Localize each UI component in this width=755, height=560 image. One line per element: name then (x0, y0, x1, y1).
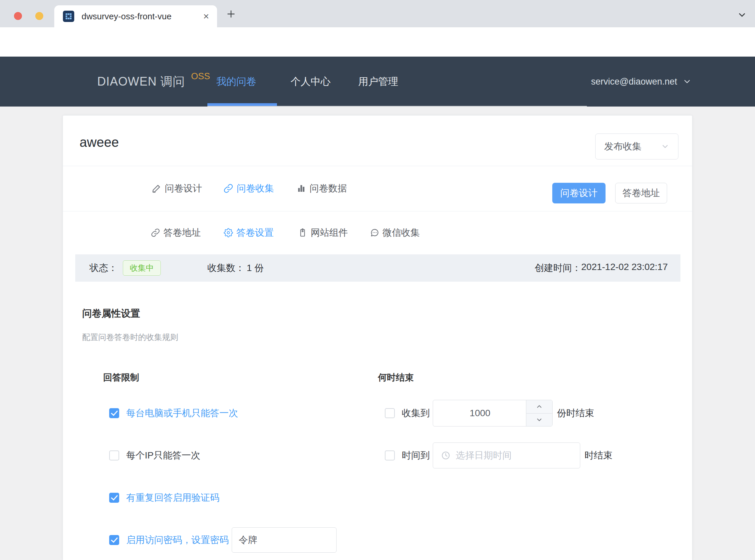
gear-icon (224, 228, 233, 237)
nav-item-user-management[interactable]: 用户管理 (358, 57, 398, 106)
spinner-up-button[interactable] (526, 400, 552, 414)
chevron-down-icon[interactable] (737, 10, 747, 20)
nav-item-profile[interactable]: 个人中心 (291, 57, 330, 106)
end-rule-label[interactable]: 收集到 (402, 407, 430, 420)
option-row-one-per-device: 每台电脑或手机只能答一次 (109, 400, 238, 426)
survey-card: aweee 发布收集 问卷设计 问卷收集 问卷数据 问卷设计 答卷地址 (63, 115, 692, 560)
browser-tab-strip: dwsurvey-oss-front-vue × (0, 0, 755, 27)
brand: DIAOWEN 调问 OSS (97, 57, 210, 106)
checkbox-end-by-time[interactable] (385, 451, 395, 460)
option-label[interactable]: 每台电脑或手机只能答一次 (126, 407, 238, 420)
chevron-down-icon (661, 142, 670, 151)
chevron-down-icon (682, 77, 692, 86)
close-icon[interactable]: × (203, 11, 209, 21)
tab-answer-url[interactable]: 答卷地址 (151, 211, 201, 254)
tab-wechat-collect[interactable]: 微信收集 (370, 211, 420, 254)
tab-label: 问卷数据 (310, 182, 347, 195)
end-rule-row-end-time: 时间到 时结束 (385, 442, 613, 469)
password-input[interactable] (232, 527, 336, 553)
favicon-icon (63, 11, 74, 22)
tab-label: 问卷收集 (237, 182, 274, 195)
section-heading: 问卷属性设置 (82, 307, 140, 320)
spinner-down-button[interactable] (526, 414, 552, 426)
tab-site-widget[interactable]: 网站组件 (298, 211, 348, 254)
created-time-label: 创建时间： (535, 262, 581, 274)
chevron-down-icon (536, 416, 543, 423)
tab-label: 答卷设置 (236, 226, 274, 239)
tag-icon (298, 228, 307, 237)
new-tab-button[interactable] (225, 8, 237, 20)
option-row-one-per-ip: 每个IP只能答一次 (109, 442, 200, 469)
option-label[interactable]: 每个IP只能答一次 (126, 449, 200, 462)
option-label[interactable]: 启用访问密码，设置密码 (126, 534, 229, 546)
number-spinner (526, 400, 552, 426)
page-background: aweee 发布收集 问卷设计 问卷收集 问卷数据 问卷设计 答卷地址 (0, 106, 755, 560)
status-label: 状态： (89, 262, 118, 274)
tab-survey-design[interactable]: 问卷设计 (151, 166, 202, 211)
user-email: service@diaowen.net (591, 77, 677, 87)
option-row-captcha-on-repeat: 有重复回答启用验证码 (109, 484, 219, 511)
app-header: DIAOWEN 调问 OSS 我的问卷 个人中心 用户管理 service@di… (0, 57, 755, 106)
tab-label: 微信收集 (383, 226, 420, 239)
survey-design-button[interactable]: 问卷设计 (552, 183, 606, 203)
end-rules-heading: 何时结束 (378, 372, 414, 383)
tab-survey-collect[interactable]: 问卷收集 (223, 166, 274, 211)
option-label[interactable]: 有重复回答启用验证码 (126, 492, 219, 504)
traffic-light-minimize[interactable] (35, 12, 43, 20)
end-rule-suffix: 份时结束 (557, 407, 594, 420)
browser-tab[interactable]: dwsurvey-oss-front-vue × (54, 5, 217, 27)
link-icon (151, 228, 160, 237)
clock-icon (441, 451, 450, 460)
option-row-access-password: 启用访问密码，设置密码 (109, 527, 336, 553)
browser-toolbar: localhost:8083/#/dw/survey/c/attr/c98fa1… (0, 27, 755, 57)
checkbox-one-per-ip[interactable] (109, 451, 119, 460)
answer-limit-heading: 回答限制 (103, 372, 139, 383)
link-icon (223, 183, 233, 194)
pencil-icon (151, 183, 161, 194)
tab-label: 答卷地址 (163, 226, 201, 239)
chevron-up-icon (536, 403, 543, 410)
survey-title: aweee (80, 135, 119, 150)
datetime-input[interactable] (455, 450, 580, 461)
collect-count-label: 收集数： (207, 262, 245, 274)
checkbox-access-password[interactable] (109, 535, 119, 545)
status-bar: 状态： 收集中 收集数： 1 份 创建时间： 2021-12-02 23:02:… (75, 254, 680, 282)
collect-count-input-wrap (433, 400, 553, 426)
brand-badge: OSS (191, 71, 210, 82)
datetime-picker[interactable] (433, 442, 580, 468)
status-badge: 收集中 (123, 260, 161, 276)
publish-collect-label: 发布收集 (604, 140, 641, 153)
chat-bubble-icon (370, 228, 379, 237)
answer-url-button[interactable]: 答卷地址 (615, 183, 667, 203)
created-time-value: 2021-12-02 23:02:17 (581, 262, 668, 274)
publish-collect-dropdown[interactable]: 发布收集 (595, 134, 678, 159)
bar-chart-icon (296, 183, 306, 194)
tab-answer-settings[interactable]: 答卷设置 (224, 211, 274, 254)
checkbox-captcha-on-repeat[interactable] (109, 493, 119, 503)
traffic-light-close[interactable] (14, 12, 22, 20)
nav-item-my-surveys[interactable]: 我的问卷 (217, 57, 256, 106)
end-rule-row-collect-count: 收集到 份时结束 (385, 400, 594, 426)
end-rule-label[interactable]: 时间到 (402, 449, 430, 462)
tab-label: 网站组件 (311, 226, 348, 239)
end-rule-suffix: 时结束 (585, 449, 613, 462)
tab-survey-data[interactable]: 问卷数据 (296, 166, 347, 211)
tab-title: dwsurvey-oss-front-vue (82, 11, 203, 22)
brand-name: DIAOWEN 调问 (97, 74, 185, 90)
user-menu[interactable]: service@diaowen.net (591, 57, 692, 106)
browser-window: dwsurvey-oss-front-vue × localhost:8083/… (0, 0, 755, 560)
section-subheading: 配置问卷答卷时的收集规则 (82, 332, 178, 343)
collect-count-value: 1 份 (247, 262, 264, 274)
checkbox-one-per-device[interactable] (109, 408, 119, 418)
checkbox-end-by-count[interactable] (385, 408, 395, 418)
tab-label: 问卷设计 (165, 182, 202, 195)
